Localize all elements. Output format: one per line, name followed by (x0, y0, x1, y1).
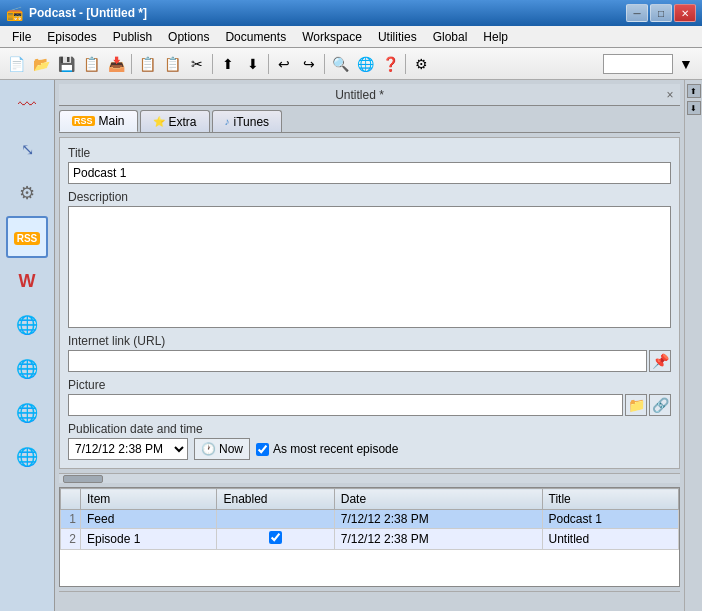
sidebar-btn-gear[interactable]: ⚙ (6, 172, 48, 214)
content-area: Untitled * × RSS Main ⭐ Extra ♪ iTunes T… (55, 80, 684, 611)
tb-sep4 (324, 54, 325, 74)
table-row[interactable]: 1 Feed 7/12/12 2:38 PM Podcast 1 (61, 510, 679, 529)
tb-globe[interactable]: 🌐 (353, 52, 377, 76)
doc-tab-title: Untitled * (59, 84, 660, 105)
row1-enabled (217, 510, 334, 529)
menu-global[interactable]: Global (425, 28, 476, 46)
table-container: Item Enabled Date Title 1 Feed 7/12/12 2… (59, 487, 680, 587)
tb-copy[interactable]: 📋 (135, 52, 159, 76)
tb-help[interactable]: ❓ (378, 52, 402, 76)
menu-file[interactable]: File (4, 28, 39, 46)
globe1-icon: 🌐 (16, 314, 38, 336)
title-field-group: Title (68, 146, 671, 184)
close-button[interactable]: ✕ (674, 4, 696, 22)
picture-link-button[interactable]: 🔗 (649, 394, 671, 416)
menu-options[interactable]: Options (160, 28, 217, 46)
tb-cut[interactable]: ✂ (185, 52, 209, 76)
title-label: Title (68, 146, 671, 160)
tb-paste[interactable]: 📋 (160, 52, 184, 76)
itunes-tab-icon: ♪ (225, 116, 230, 127)
now-label: Now (219, 442, 243, 456)
row1-num: 1 (61, 510, 81, 529)
title-input[interactable] (68, 162, 671, 184)
sidebar-btn-w[interactable]: W (6, 260, 48, 302)
tb-up[interactable]: ⬆ (216, 52, 240, 76)
tb-down[interactable]: ⬇ (241, 52, 265, 76)
doc-tab-bar: Untitled * × (59, 84, 680, 106)
doc-tab-close[interactable]: × (660, 84, 680, 105)
tb-settings[interactable]: ⚙ (409, 52, 433, 76)
horizontal-scrollbar[interactable] (59, 473, 680, 483)
description-textarea[interactable] (68, 206, 671, 328)
inner-tabs: RSS Main ⭐ Extra ♪ iTunes (59, 110, 680, 133)
tb-search-web[interactable]: 🔍 (328, 52, 352, 76)
as-recent-label: As most recent episode (256, 442, 398, 456)
tb-sep3 (268, 54, 269, 74)
globe3-icon: 🌐 (16, 402, 38, 424)
tb-save[interactable]: 💾 (54, 52, 78, 76)
strip-btn-2[interactable]: ⬇ (687, 101, 701, 115)
sidebar-btn-globe4[interactable]: 🌐 (6, 436, 48, 478)
tab-itunes[interactable]: ♪ iTunes (212, 110, 283, 132)
sidebar-btn-arrows[interactable]: ⤡ (6, 128, 48, 170)
col-num (61, 489, 81, 510)
minimize-button[interactable]: ─ (626, 4, 648, 22)
picture-folder-button[interactable]: 📁 (625, 394, 647, 416)
menu-help[interactable]: Help (475, 28, 516, 46)
sidebar: 〰 ⤡ ⚙ RSS W 🌐 🌐 🌐 🌐 (0, 80, 55, 611)
sidebar-btn-waveform[interactable]: 〰 (6, 84, 48, 126)
tb-save2[interactable]: 📋 (79, 52, 103, 76)
table-header-row: Item Enabled Date Title (61, 489, 679, 510)
tab-main-label: Main (99, 114, 125, 128)
menu-publish[interactable]: Publish (105, 28, 160, 46)
main-layout: 〰 ⤡ ⚙ RSS W 🌐 🌐 🌐 🌐 (0, 80, 702, 611)
picture-row: 📁 🔗 (68, 394, 671, 416)
maximize-button[interactable]: □ (650, 4, 672, 22)
menu-documents[interactable]: Documents (217, 28, 294, 46)
sidebar-btn-rss[interactable]: RSS (6, 216, 48, 258)
menu-workspace[interactable]: Workspace (294, 28, 370, 46)
right-strip: ⬆ ⬇ (684, 80, 702, 611)
toolbar: 📄 📂 💾 📋 📥 📋 📋 ✂ ⬆ ⬇ ↩ ↪ 🔍 🌐 ❓ ⚙ ▼ (0, 48, 702, 80)
sidebar-btn-globe3[interactable]: 🌐 (6, 392, 48, 434)
title-bar-left: 📻 Podcast - [Untitled *] (6, 5, 147, 21)
url-pin-button[interactable]: 📌 (649, 350, 671, 372)
menu-episodes[interactable]: Episodes (39, 28, 104, 46)
scrollbar-thumb (63, 475, 103, 483)
globe4-icon: 🌐 (16, 446, 38, 468)
tb-redo[interactable]: ↪ (297, 52, 321, 76)
row1-date: 7/12/12 2:38 PM (334, 510, 542, 529)
tb-open[interactable]: 📂 (29, 52, 53, 76)
rss-tab-icon: RSS (72, 116, 95, 126)
title-bar: 📻 Podcast - [Untitled *] ─ □ ✕ (0, 0, 702, 26)
tab-main[interactable]: RSS Main (59, 110, 138, 132)
now-button[interactable]: 🕐 Now (194, 438, 250, 460)
tb-undo[interactable]: ↩ (272, 52, 296, 76)
toolbar-search-input[interactable] (603, 54, 673, 74)
row2-date: 7/12/12 2:38 PM (334, 529, 542, 550)
row2-enabled[interactable] (217, 529, 334, 550)
row2-enabled-checkbox[interactable] (269, 531, 282, 544)
tb-sep2 (212, 54, 213, 74)
tab-extra-label: Extra (169, 115, 197, 129)
globe2-icon: 🌐 (16, 358, 38, 380)
strip-btn-1[interactable]: ⬆ (687, 84, 701, 98)
tab-extra[interactable]: ⭐ Extra (140, 110, 210, 132)
tb-new[interactable]: 📄 (4, 52, 28, 76)
waveform-icon: 〰 (18, 95, 36, 116)
table-row[interactable]: 2 Episode 1 7/12/12 2:38 PM Untitled (61, 529, 679, 550)
as-recent-checkbox[interactable] (256, 443, 269, 456)
tb-search-btn[interactable]: ▼ (674, 52, 698, 76)
url-input[interactable] (68, 350, 647, 372)
tb-import[interactable]: 📥 (104, 52, 128, 76)
menu-utilities[interactable]: Utilities (370, 28, 425, 46)
sidebar-btn-globe1[interactable]: 🌐 (6, 304, 48, 346)
sidebar-btn-globe2[interactable]: 🌐 (6, 348, 48, 390)
tb-sep1 (131, 54, 132, 74)
pubdate-label: Publication date and time (68, 422, 671, 436)
as-recent-text: As most recent episode (273, 442, 398, 456)
description-field-group: Description (68, 190, 671, 328)
date-select[interactable]: 7/12/12 2:38 PM (68, 438, 188, 460)
picture-input[interactable] (68, 394, 623, 416)
url-row: 📌 (68, 350, 671, 372)
